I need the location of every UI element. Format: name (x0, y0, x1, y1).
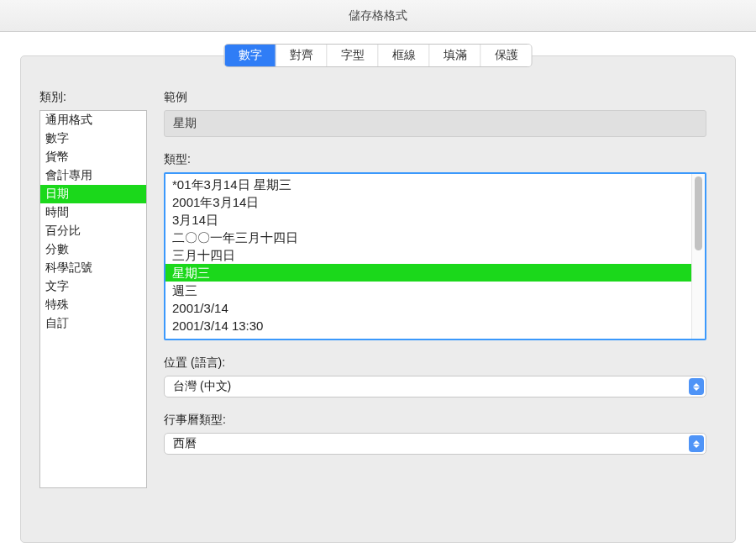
window-title: 儲存格格式 (349, 8, 407, 24)
locale-dropdown[interactable]: 台灣 (中文) (164, 376, 706, 397)
cat-text[interactable]: 文字 (40, 277, 146, 296)
tab-font[interactable]: 字型 (328, 45, 379, 66)
sample-label: 範例 (164, 90, 706, 105)
cat-general[interactable]: 通用格式 (40, 111, 146, 129)
calendar-value: 西曆 (173, 436, 197, 451)
type-item[interactable]: 星期三 (165, 264, 691, 282)
updown-arrows-icon (689, 378, 704, 395)
calendar-dropdown[interactable]: 西曆 (164, 433, 706, 455)
tab-align[interactable]: 對齊 (276, 45, 328, 66)
cat-number[interactable]: 數字 (40, 129, 146, 148)
cat-time[interactable]: 時間 (40, 203, 146, 222)
content-area: 類別: 通用格式 數字 貨幣 會計專用 日期 時間 百分比 分數 科學記號 文字… (39, 90, 717, 545)
cat-percent[interactable]: 百分比 (40, 222, 146, 240)
category-list[interactable]: 通用格式 數字 貨幣 會計專用 日期 時間 百分比 分數 科學記號 文字 特殊 … (39, 110, 147, 488)
type-item[interactable]: 2001/3/14 13:30 (165, 317, 691, 334)
locale-value: 台灣 (中文) (173, 379, 231, 394)
type-item[interactable]: 週三 (165, 282, 691, 299)
type-item[interactable]: 3月14日 (165, 211, 691, 229)
cat-fraction[interactable]: 分數 (40, 240, 146, 259)
cat-scientific[interactable]: 科學記號 (40, 259, 146, 277)
tab-protect[interactable]: 保護 (481, 45, 532, 66)
type-list[interactable]: *01年3月14日 星期三 2001年3月14日 3月14日 二〇〇一年三月十四… (165, 174, 691, 339)
cat-accounting[interactable]: 會計專用 (40, 166, 146, 185)
category-label: 類別: (39, 90, 147, 105)
updown-arrows-icon (689, 435, 704, 452)
type-item[interactable]: *01年3月14日 星期三 (165, 176, 691, 193)
cat-date[interactable]: 日期 (40, 185, 146, 203)
cat-custom[interactable]: 自訂 (40, 314, 146, 333)
locale-label: 位置 (語言): (164, 355, 706, 371)
cat-currency[interactable]: 貨幣 (40, 148, 146, 166)
type-item[interactable]: 2001/3/14 (165, 299, 691, 317)
tab-fill[interactable]: 填滿 (430, 45, 481, 66)
detail-column: 範例 星期 類型: *01年3月14日 星期三 2001年3月14日 3月14日… (164, 90, 717, 545)
type-item[interactable]: 三月十四日 (165, 246, 691, 264)
scrollbar-thumb[interactable] (695, 176, 702, 250)
calendar-label: 行事曆類型: (164, 413, 706, 428)
type-list-container: *01年3月14日 星期三 2001年3月14日 3月14日 二〇〇一年三月十四… (164, 172, 706, 340)
type-scrollbar[interactable] (691, 174, 705, 339)
type-item[interactable]: 二〇〇一年三月十四日 (165, 229, 691, 246)
sample-box: 星期 (164, 110, 706, 137)
cat-special[interactable]: 特殊 (40, 296, 146, 314)
tab-border[interactable]: 框線 (379, 45, 430, 66)
sample-value: 星期 (173, 116, 197, 129)
tab-number[interactable]: 數字 (225, 45, 276, 66)
tab-bar: 數字 對齊 字型 框線 填滿 保護 (224, 44, 533, 67)
type-label: 類型: (164, 152, 706, 167)
category-column: 類別: 通用格式 數字 貨幣 會計專用 日期 時間 百分比 分數 科學記號 文字… (39, 90, 147, 545)
type-item[interactable]: 2001年3月14日 (165, 193, 691, 211)
window-titlebar: 儲存格格式 (0, 0, 756, 32)
format-panel: 數字 對齊 字型 框線 填滿 保護 類別: 通用格式 數字 貨幣 會計專用 日期… (20, 55, 736, 543)
